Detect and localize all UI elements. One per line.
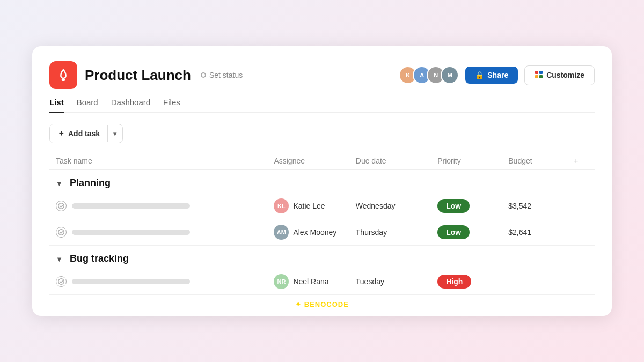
customize-button[interactable]: Customize	[524, 65, 595, 85]
assignee-name: Alex Mooney	[293, 228, 336, 237]
svg-point-0	[62, 79, 65, 82]
task-bar	[72, 279, 190, 284]
add-task-label: Add task	[68, 129, 100, 138]
priority-badge: Low	[437, 225, 470, 239]
assignee-name: Neel Rana	[293, 277, 328, 286]
svg-rect-3	[535, 75, 538, 78]
col-due-date: Due date	[349, 152, 431, 170]
app-icon	[49, 61, 77, 89]
assignee-cell: AM Alex Mooney	[274, 225, 342, 240]
row-add	[567, 219, 595, 246]
person-initials: KL	[277, 203, 286, 209]
table-row[interactable]: NR Neel Rana Tuesday High	[49, 269, 595, 295]
check-icon[interactable]	[56, 227, 67, 238]
set-status-label: Set status	[209, 71, 243, 79]
header: Product Launch Set status K A N M 🔒 Shar…	[49, 61, 595, 89]
share-button[interactable]: 🔒 Share	[465, 67, 518, 84]
section-row[interactable]: ▼ Bug tracking	[49, 246, 595, 269]
task-name-cell	[56, 227, 261, 238]
col-assignee: Assignee	[267, 152, 349, 170]
section-name: Bug tracking	[70, 253, 129, 264]
add-task-group[interactable]: ＋ Add task ▾	[49, 124, 123, 143]
due-date-cell: Wednesday	[349, 193, 431, 219]
assignee-cell: KL Katie Lee	[274, 198, 342, 213]
col-add[interactable]: +	[567, 152, 595, 170]
row-add	[567, 269, 595, 295]
avatar-4: M	[441, 66, 459, 84]
budget-cell: $2,641	[502, 219, 567, 246]
svg-point-5	[58, 203, 64, 209]
status-dot	[201, 72, 206, 78]
section-row[interactable]: ▼ Planning	[49, 170, 595, 194]
check-icon[interactable]	[56, 201, 67, 211]
svg-rect-2	[539, 71, 543, 74]
col-budget: Budget	[502, 152, 567, 170]
team-avatars: K A N M	[399, 66, 459, 84]
customize-label: Customize	[546, 71, 584, 79]
col-task-name: Task name	[49, 152, 267, 170]
svg-point-6	[58, 230, 64, 235]
budget-cell: $3,542	[502, 193, 567, 219]
tab-list[interactable]: List	[49, 98, 64, 113]
person-avatar: AM	[274, 225, 289, 240]
chevron-down-icon: ▾	[113, 130, 117, 138]
header-right: K A N M 🔒 Share Customize	[399, 65, 595, 85]
task-bar	[72, 203, 190, 209]
assignee-cell: NR Neel Rana	[274, 274, 342, 289]
priority-badge: High	[437, 275, 471, 289]
tab-dashboard[interactable]: Dashboard	[111, 98, 150, 113]
grid-icon	[535, 70, 543, 80]
main-card: Product Launch Set status K A N M 🔒 Shar…	[32, 46, 612, 316]
tab-board[interactable]: Board	[77, 98, 98, 113]
task-bar	[72, 230, 190, 235]
watermark-star: ✦	[295, 300, 302, 308]
priority-badge: Low	[437, 199, 470, 213]
task-table: Task name Assignee Due date Priority Bud…	[49, 152, 595, 295]
lock-icon: 🔒	[475, 71, 484, 79]
tabs: List Board Dashboard Files	[49, 98, 595, 113]
svg-rect-1	[535, 71, 538, 74]
table-row[interactable]: KL Katie Lee Wednesday Low $3,542	[49, 193, 595, 219]
watermark: ✦ BENOCODE	[49, 295, 595, 316]
set-status[interactable]: Set status	[201, 71, 243, 79]
person-avatar: KL	[274, 198, 289, 213]
watermark-text: BENOCODE	[304, 300, 349, 308]
due-date-cell: Thursday	[349, 219, 431, 246]
table-row[interactable]: AM Alex Mooney Thursday Low $2,641	[49, 219, 595, 246]
svg-point-7	[58, 279, 64, 285]
check-icon[interactable]	[56, 276, 67, 287]
assignee-name: Katie Lee	[293, 202, 325, 210]
due-date-cell: Tuesday	[349, 269, 431, 295]
section-chevron-icon: ▼	[56, 255, 63, 263]
tab-files[interactable]: Files	[163, 98, 180, 113]
plus-icon: ＋	[57, 129, 65, 138]
add-task-chevron-button[interactable]: ▾	[107, 125, 122, 142]
person-initials: NR	[277, 278, 286, 285]
section-name: Planning	[70, 178, 111, 188]
budget-cell	[502, 269, 567, 295]
add-task-button[interactable]: ＋ Add task	[50, 124, 107, 143]
col-priority: Priority	[431, 152, 502, 170]
person-avatar: NR	[274, 274, 289, 289]
toolbar: ＋ Add task ▾	[49, 113, 595, 152]
row-add	[567, 193, 595, 219]
task-name-cell	[56, 276, 261, 287]
share-label: Share	[487, 71, 508, 79]
project-title: Product Launch	[85, 67, 191, 84]
person-initials: AM	[277, 229, 286, 235]
svg-rect-4	[539, 75, 543, 78]
section-chevron-icon: ▼	[56, 180, 63, 188]
task-name-cell	[56, 201, 261, 211]
